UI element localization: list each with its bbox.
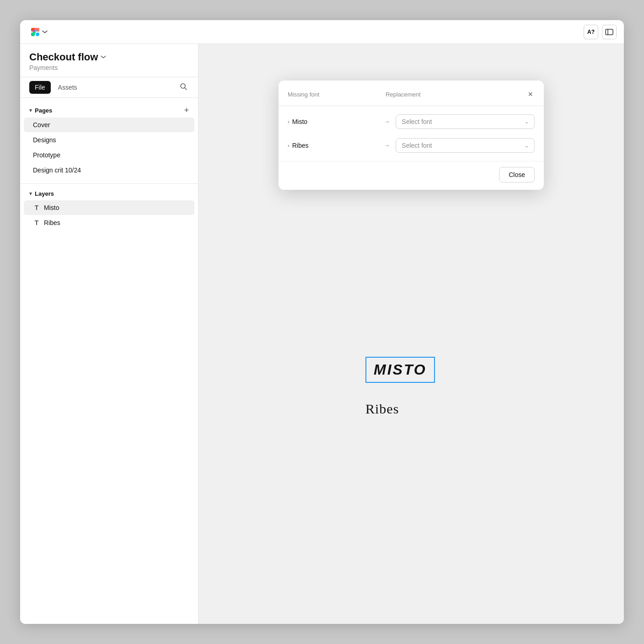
inspect-button[interactable]: A?: [584, 25, 598, 39]
figma-icon: [30, 27, 40, 37]
pages-section-header[interactable]: ▾ Pages +: [20, 103, 198, 117]
layer-item-ribes[interactable]: T Ribes: [24, 215, 194, 230]
ribes-expand-icon: ›: [288, 143, 290, 148]
dialog-close-button[interactable]: ×: [526, 89, 535, 100]
tab-file[interactable]: File: [29, 81, 51, 94]
page-item-prototype[interactable]: Prototype: [24, 148, 194, 162]
misto-dropdown-chevron-icon: ⌄: [525, 119, 529, 125]
search-icon: [180, 83, 187, 90]
layers-section-header[interactable]: ▾ Layers: [20, 188, 198, 200]
font-misto-select-label: Select font: [402, 118, 432, 125]
font-row-ribes: › Ribes → Select font ⌄: [279, 134, 544, 157]
font-ribes-select[interactable]: Select font ⌄: [396, 138, 535, 153]
svg-point-3: [36, 32, 39, 36]
top-bar: A?: [20, 20, 624, 44]
close-dialog-button[interactable]: Close: [499, 167, 535, 182]
page-item-cover[interactable]: Cover: [24, 118, 194, 132]
panel-icon: [605, 29, 613, 35]
text-layer-icon: T: [33, 219, 40, 226]
title-chevron-icon: [101, 55, 106, 59]
layer-item-misto-label: Misto: [44, 204, 59, 211]
layer-item-ribes-label: Ribes: [44, 219, 60, 226]
font-ribes-name[interactable]: › Ribes: [288, 142, 378, 149]
misto-expand-icon: ›: [288, 119, 290, 124]
layer-item-misto[interactable]: T Misto: [24, 200, 194, 215]
ribes-dropdown-chevron-icon: ⌄: [525, 143, 529, 149]
col-missing-label: Missing font: [288, 91, 386, 98]
font-misto-select[interactable]: Select font ⌄: [396, 114, 535, 129]
pages-section: ▾ Pages + Cover Designs Prototype Design…: [20, 98, 198, 183]
dialog-overlay: Missing font Replacement × › Misto →: [199, 44, 624, 624]
page-item-designs[interactable]: Designs: [24, 133, 194, 147]
logo-button[interactable]: [27, 25, 50, 39]
font-misto-name[interactable]: › Misto: [288, 118, 378, 125]
sidebar-header: Checkout flow Payments: [20, 44, 198, 77]
logo-chevron-icon: [42, 30, 48, 34]
arrow-icon-ribes: →: [384, 142, 390, 149]
layers-section-label: Layers: [35, 190, 54, 197]
project-title[interactable]: Checkout flow: [29, 51, 189, 63]
main-layout: Checkout flow Payments File Assets: [20, 44, 624, 624]
project-title-text: Checkout flow: [29, 51, 98, 63]
project-subtitle: Payments: [29, 64, 189, 71]
panel-toggle-button[interactable]: [602, 25, 617, 39]
dialog-header: Missing font Replacement ×: [279, 80, 544, 106]
svg-point-5: [35, 30, 37, 32]
dialog-footer: Close: [279, 161, 544, 190]
add-page-button[interactable]: +: [184, 106, 189, 114]
sidebar-tabs: File Assets: [20, 77, 198, 98]
col-replacement-label: Replacement: [386, 91, 523, 98]
pages-toggle-icon: ▾: [29, 107, 32, 113]
app-window: A? Checkout flow Payments: [20, 20, 624, 624]
inspect-icon: A?: [587, 29, 595, 35]
tab-assets[interactable]: Assets: [53, 81, 83, 94]
search-button[interactable]: [178, 81, 189, 94]
canvas-area: MISTO Ribes Missing font Replacement ×: [199, 44, 624, 624]
layers-toggle-icon: ▾: [29, 191, 32, 197]
font-misto-label: Misto: [292, 118, 307, 125]
sidebar: Checkout flow Payments File Assets: [20, 44, 199, 624]
font-ribes-label: Ribes: [292, 142, 309, 149]
dialog-body: › Misto → Select font ⌄: [279, 106, 544, 161]
layers-section: ▾ Layers T Misto T Ribes: [20, 183, 198, 234]
font-row-misto: › Misto → Select font ⌄: [279, 110, 544, 134]
text-layer-icon: T: [33, 204, 40, 211]
pages-section-label: Pages: [35, 107, 52, 114]
svg-line-9: [185, 88, 187, 90]
font-ribes-select-label: Select font: [402, 142, 432, 149]
top-bar-right: A?: [584, 25, 617, 39]
svg-rect-6: [606, 29, 613, 35]
missing-font-dialog: Missing font Replacement × › Misto →: [279, 80, 544, 190]
arrow-icon-misto: →: [384, 118, 390, 125]
page-item-design-crit[interactable]: Design crit 10/24: [24, 163, 194, 177]
